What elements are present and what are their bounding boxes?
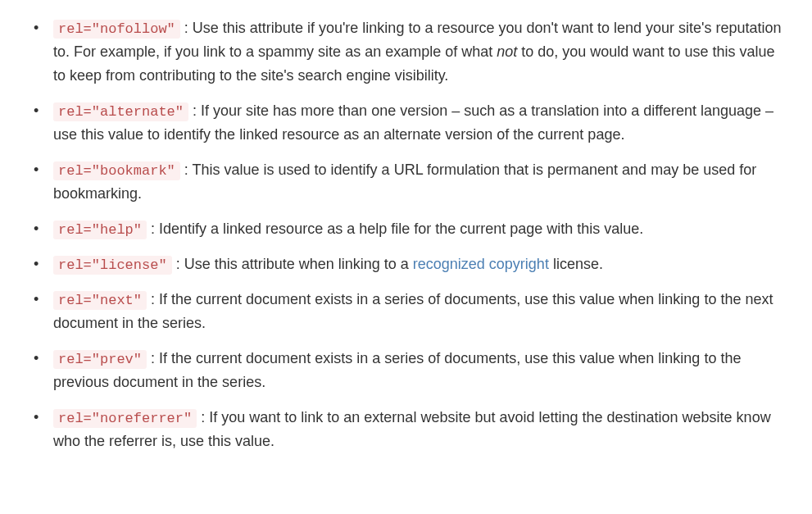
code-rel-nofollow: rel="nofollow" xyxy=(53,20,180,39)
desc-text: : Identify a linked resource as a help f… xyxy=(147,221,643,237)
list-item: rel="bookmark" : This value is used to i… xyxy=(29,158,783,206)
desc-text: license. xyxy=(549,256,603,272)
code-rel-license: rel="license" xyxy=(53,256,172,275)
list-item: rel="nofollow" : Use this attribute if y… xyxy=(29,16,783,88)
list-item: rel="help" : Identify a linked resource … xyxy=(29,217,783,241)
desc-text: : Use this attribute when linking to a xyxy=(172,256,413,272)
code-rel-bookmark: rel="bookmark" xyxy=(53,161,180,180)
code-rel-alternate: rel="alternate" xyxy=(53,102,188,121)
code-rel-noreferrer: rel="noreferrer" xyxy=(53,409,197,428)
list-item: rel="alternate" : If your site has more … xyxy=(29,99,783,147)
code-rel-prev: rel="prev" xyxy=(53,350,147,369)
desc-text: : If the current document exists in a se… xyxy=(53,350,741,390)
rel-attribute-list: rel="nofollow" : Use this attribute if y… xyxy=(29,16,783,453)
code-rel-help: rel="help" xyxy=(53,221,147,239)
desc-text: : If the current document exists in a se… xyxy=(53,291,773,331)
list-item: rel="noreferrer" : If you want to link t… xyxy=(29,406,783,453)
code-rel-next: rel="next" xyxy=(53,291,147,310)
emphasis-text: not xyxy=(497,43,517,60)
list-item: rel="license" : Use this attribute when … xyxy=(29,252,783,276)
link-recognized-copyright[interactable]: recognized copyright xyxy=(413,256,549,272)
list-item: rel="prev" : If the current document exi… xyxy=(29,347,783,394)
list-item: rel="next" : If the current document exi… xyxy=(29,288,783,335)
